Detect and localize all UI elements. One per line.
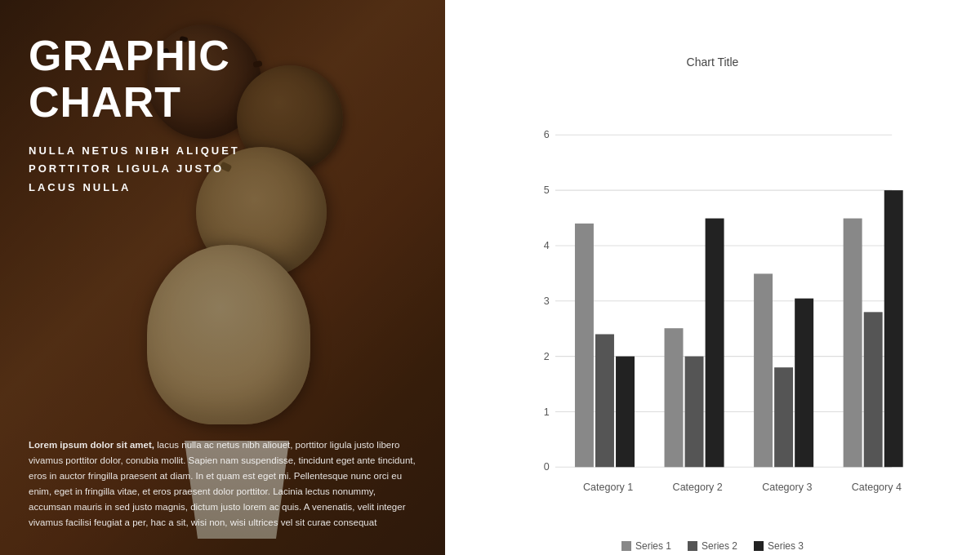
svg-text:Category 1: Category 1 — [583, 482, 633, 493]
left-panel: GRAPHIC CHART Nulla Netus Nibh Aliquet P… — [0, 0, 445, 555]
chart-legend: Series 1 Series 2 Series 3 — [517, 540, 909, 552]
svg-text:Category 4: Category 4 — [851, 482, 901, 493]
legend-swatch-series1 — [621, 541, 631, 551]
legend-label-series3: Series 3 — [768, 540, 804, 552]
svg-text:6: 6 — [543, 129, 549, 140]
body-text: Lorem ipsum dolor sit amet, lacus nulla … — [29, 437, 416, 531]
svg-text:2: 2 — [543, 351, 549, 362]
subtitle: Nulla Netus Nibh Aliquet Porttitor Ligul… — [29, 142, 416, 196]
svg-rect-18 — [684, 357, 703, 468]
svg-text:3: 3 — [543, 295, 549, 307]
svg-rect-14 — [574, 224, 593, 467]
svg-rect-16 — [616, 357, 635, 468]
svg-rect-21 — [774, 367, 793, 467]
legend-label-series2: Series 2 — [702, 540, 737, 552]
svg-rect-20 — [754, 273, 773, 467]
legend-swatch-series2 — [688, 541, 697, 551]
left-content: GRAPHIC CHART Nulla Netus Nibh Aliquet P… — [0, 0, 445, 555]
svg-text:Category 2: Category 2 — [672, 482, 722, 493]
legend-series2: Series 2 — [688, 540, 737, 552]
legend-label-series1: Series 1 — [635, 540, 671, 552]
svg-rect-19 — [705, 219, 724, 468]
svg-rect-22 — [795, 299, 813, 468]
svg-text:5: 5 — [543, 184, 549, 196]
svg-rect-17 — [664, 328, 683, 467]
bar-chart: 0 1 2 3 4 5 6 — [517, 83, 909, 527]
svg-rect-23 — [843, 219, 862, 468]
svg-rect-24 — [863, 312, 882, 467]
svg-text:4: 4 — [543, 240, 549, 251]
legend-swatch-series3 — [754, 541, 764, 551]
svg-rect-25 — [884, 190, 902, 467]
main-title: GRAPHIC CHART — [29, 33, 416, 126]
svg-text:1: 1 — [543, 406, 549, 418]
legend-series3: Series 3 — [754, 540, 804, 552]
svg-rect-15 — [595, 334, 614, 467]
right-panel: Chart Title 0 1 2 3 4 5 6 — [445, 0, 980, 555]
legend-series1: Series 1 — [621, 540, 671, 552]
svg-text:0: 0 — [543, 461, 549, 473]
chart-area: Chart Title 0 1 2 3 4 5 6 — [517, 56, 909, 500]
chart-title: Chart Title — [517, 56, 909, 69]
svg-text:Category 3: Category 3 — [762, 482, 812, 493]
